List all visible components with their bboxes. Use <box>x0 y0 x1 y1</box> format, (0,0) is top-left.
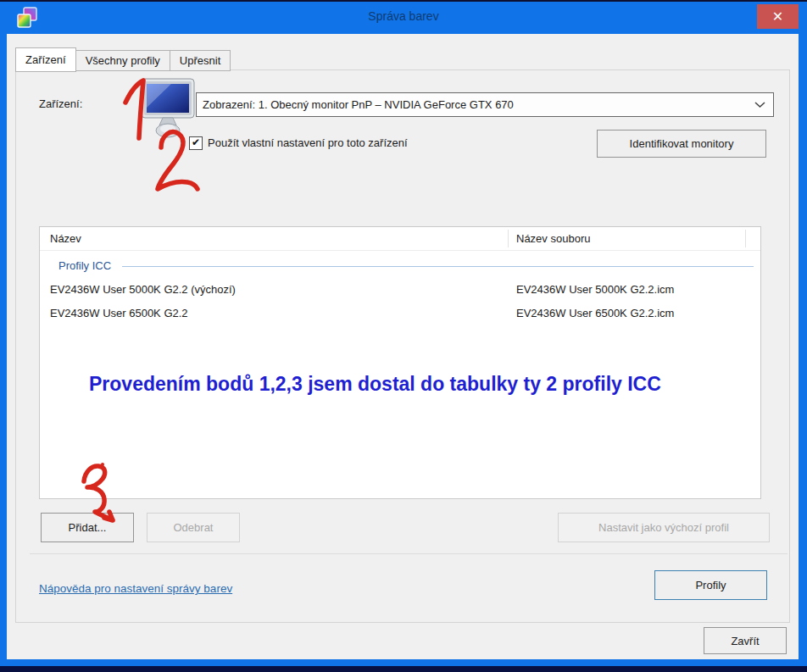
profiles-button-label: Profily <box>695 579 726 591</box>
use-own-settings-checkbox[interactable]: ✔ <box>189 136 203 150</box>
add-profile-button[interactable]: Přidat... <box>41 513 134 542</box>
device-select-value: Zobrazení: 1. Obecný monitor PnP – NVIDI… <box>203 98 514 111</box>
table-row-profile-file[interactable]: EV2436W User 6500K G2.2.icm <box>516 307 674 319</box>
column-separator <box>508 230 509 247</box>
group-rule <box>122 266 754 267</box>
add-profile-label: Přidat... <box>69 521 107 534</box>
table-row-profile-file[interactable]: EV2436W User 5000K G2.2.icm <box>516 283 674 296</box>
column-separator <box>745 230 746 247</box>
device-select-dropdown[interactable]: Zobrazení: 1. Obecný monitor PnP – NVIDI… <box>196 92 774 117</box>
checkmark-icon: ✔ <box>192 136 200 148</box>
blue-annotation-text: Provedením bodů 1,2,3 jsem dostal do tab… <box>89 373 661 396</box>
header-underline <box>40 250 760 251</box>
table-row-profile-name[interactable]: EV2436W User 6500K G2.2 <box>50 307 188 319</box>
profiles-button[interactable]: Profily <box>654 570 767 600</box>
help-link[interactable]: Nápověda pro nastavení správy barev <box>39 582 232 595</box>
chevron-down-icon <box>754 102 765 108</box>
identify-monitors-button[interactable]: Identifikovat monitory <box>597 130 766 158</box>
identify-monitors-label: Identifikovat monitory <box>630 137 734 150</box>
use-own-settings-label: Použít vlastní nastavení pro toto zaříze… <box>208 136 408 149</box>
devices-tab-page: Zařízení: Zobrazení: 1. Obecný monitor P… <box>15 69 790 623</box>
column-header-name[interactable]: Název <box>50 232 81 245</box>
close-window-button[interactable]: ✕ <box>757 4 799 29</box>
tab-zarizeni[interactable]: Zařízení <box>15 47 76 72</box>
remove-profile-button[interactable]: Odebrat <box>147 513 240 542</box>
footer-separator <box>30 553 788 554</box>
device-label: Zařízení: <box>39 97 82 110</box>
set-default-profile-label: Nastavit jako výchozí profil <box>598 521 729 534</box>
tab-vsechny-profily[interactable]: Všechny profily <box>76 50 170 71</box>
tab-strip: Zařízení Všechny profily Upřesnit <box>15 47 231 71</box>
close-icon: ✕ <box>772 8 783 25</box>
window-bottom-shadow <box>0 666 807 672</box>
dialog-client-area: Zařízení Všechny profily Upřesnit Zaříze… <box>7 34 799 659</box>
set-default-profile-button[interactable]: Nastavit jako výchozí profil <box>558 513 770 542</box>
window-title: Správa barev <box>0 9 807 23</box>
column-header-filename[interactable]: Název souboru <box>516 232 590 245</box>
window-top-edge <box>0 0 807 2</box>
monitor-icon <box>139 77 197 142</box>
close-dialog-button[interactable]: Zavřít <box>704 627 787 654</box>
icc-profiles-group-label: Profily ICC <box>58 259 111 272</box>
tab-upresnit[interactable]: Upřesnit <box>170 50 231 71</box>
close-dialog-label: Zavřít <box>731 635 759 647</box>
profiles-table: Název Název souboru Profily ICC EV2436W … <box>39 226 761 499</box>
table-row-profile-name[interactable]: EV2436W User 5000K G2.2 (výchozí) <box>50 283 236 296</box>
color-management-window: Správa barev ✕ Zařízení Všechny profily … <box>0 0 807 672</box>
remove-profile-label: Odebrat <box>174 521 214 534</box>
